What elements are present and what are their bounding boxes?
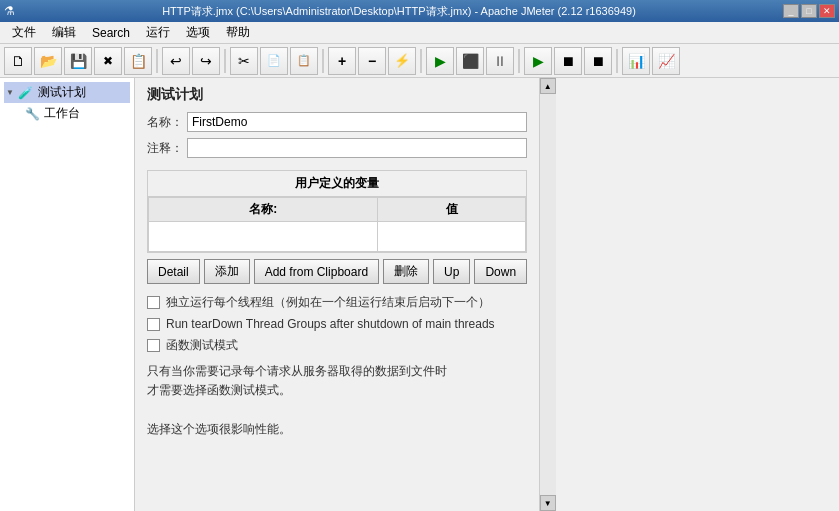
- delete-button[interactable]: 删除: [383, 259, 429, 284]
- left-panel: ▼ 🧪 测试计划 🔧 工作台: [0, 78, 135, 511]
- info-line-3: [147, 400, 527, 419]
- toolbar-remove[interactable]: −: [358, 47, 386, 75]
- comment-row: 注释：: [147, 138, 527, 158]
- section-title: 测试计划: [147, 86, 527, 104]
- separator-5: [518, 49, 520, 73]
- checkbox-row-2: Run tearDown Thread Groups after shutdow…: [147, 317, 527, 331]
- right-panel-wrapper: 测试计划 名称： 注释： 用户定义的变量 名称: 值: [135, 78, 555, 511]
- separator-6: [616, 49, 618, 73]
- detail-button[interactable]: Detail: [147, 259, 200, 284]
- info-line-1: 只有当你需要记录每个请求从服务器取得的数据到文件时: [147, 362, 527, 381]
- window-controls: _ □ ✕: [783, 4, 835, 18]
- menu-edit[interactable]: 编辑: [44, 22, 84, 43]
- checkbox-label-1: 独立运行每个线程组（例如在一个组运行结束后启动下一个）: [166, 294, 490, 311]
- right-content: 测试计划 名称： 注释： 用户定义的变量 名称: 值: [135, 78, 539, 511]
- variables-table: 名称: 值: [148, 197, 526, 252]
- clipboard-button[interactable]: Add from Clipboard: [254, 259, 379, 284]
- checkbox-label-3: 函数测试模式: [166, 337, 238, 354]
- checkbox-label-2: Run tearDown Thread Groups after shutdow…: [166, 317, 495, 331]
- tree-item-test-plan[interactable]: ▼ 🧪 测试计划: [4, 82, 130, 103]
- toolbar-copy[interactable]: 📄: [260, 47, 288, 75]
- up-button[interactable]: Up: [433, 259, 470, 284]
- toolbar-cut[interactable]: ✂: [230, 47, 258, 75]
- right-scrollbar: ▲ ▼: [539, 78, 555, 511]
- toolbar-log2[interactable]: 📈: [652, 47, 680, 75]
- separator-4: [420, 49, 422, 73]
- close-btn[interactable]: ✕: [819, 4, 835, 18]
- tree-label-workbench: 工作台: [44, 105, 80, 122]
- toolbar-run[interactable]: ▶: [426, 47, 454, 75]
- down-button[interactable]: Down: [474, 259, 527, 284]
- name-label: 名称：: [147, 114, 187, 131]
- toolbar-log1[interactable]: 📊: [622, 47, 650, 75]
- toolbar-properties[interactable]: 📋: [124, 47, 152, 75]
- toolbar-pause[interactable]: ⏸: [486, 47, 514, 75]
- separator-3: [322, 49, 324, 73]
- toolbar-stop[interactable]: ⬛: [456, 47, 484, 75]
- info-text: 只有当你需要记录每个请求从服务器取得的数据到文件时 才需要选择函数测试模式。 选…: [147, 362, 527, 439]
- toolbar-remote-stop2[interactable]: ⏹: [584, 47, 612, 75]
- checkbox-row-1: 独立运行每个线程组（例如在一个组运行结束后启动下一个）: [147, 294, 527, 311]
- separator-1: [156, 49, 158, 73]
- toolbar-redo[interactable]: ↪: [192, 47, 220, 75]
- name-row: 名称：: [147, 112, 527, 132]
- button-row: Detail 添加 Add from Clipboard 删除 Up Down: [147, 259, 527, 284]
- menu-file[interactable]: 文件: [4, 22, 44, 43]
- menu-bar: 文件 编辑 Search 运行 选项 帮助: [0, 22, 839, 44]
- test-plan-icon: 🧪: [18, 85, 34, 101]
- name-input[interactable]: [187, 112, 527, 132]
- toolbar-paste[interactable]: 📋: [290, 47, 318, 75]
- toolbar-clear[interactable]: ⚡: [388, 47, 416, 75]
- toolbar-remote-stop[interactable]: ⏹: [554, 47, 582, 75]
- menu-run[interactable]: 运行: [138, 22, 178, 43]
- col-value: 值: [378, 198, 526, 222]
- checkbox-1[interactable]: [147, 296, 160, 309]
- menu-options[interactable]: 选项: [178, 22, 218, 43]
- checkbox-row-3: 函数测试模式: [147, 337, 527, 354]
- title-bar: ⚗ HTTP请求.jmx (C:\Users\Administrator\Des…: [0, 0, 839, 22]
- main-layout: ▼ 🧪 测试计划 🔧 工作台 测试计划 名称： 注释： 用: [0, 78, 839, 511]
- toolbar-close[interactable]: ✖: [94, 47, 122, 75]
- minimize-btn[interactable]: _: [783, 4, 799, 18]
- variables-section: 用户定义的变量 名称: 值: [147, 170, 527, 253]
- toolbar-add[interactable]: +: [328, 47, 356, 75]
- info-line-4: 选择这个选项很影响性能。: [147, 420, 527, 439]
- empty-cell-1: [149, 222, 378, 252]
- toolbar-new[interactable]: 🗋: [4, 47, 32, 75]
- title-text: HTTP请求.jmx (C:\Users\Administrator\Deskt…: [15, 4, 783, 19]
- empty-row: [149, 222, 526, 252]
- maximize-btn[interactable]: □: [801, 4, 817, 18]
- menu-search[interactable]: Search: [84, 24, 138, 42]
- toolbar-open[interactable]: 📂: [34, 47, 62, 75]
- toolbar: 🗋 📂 💾 ✖ 📋 ↩ ↪ ✂ 📄 📋 + − ⚡ ▶ ⬛ ⏸ ▶ ⏹ ⏹ 📊 …: [0, 44, 839, 78]
- title-icon: ⚗: [4, 4, 15, 18]
- separator-2: [224, 49, 226, 73]
- scroll-track[interactable]: [540, 94, 556, 495]
- scroll-up-btn[interactable]: ▲: [540, 78, 556, 94]
- toolbar-save[interactable]: 💾: [64, 47, 92, 75]
- info-line-2: 才需要选择函数测试模式。: [147, 381, 527, 400]
- checkbox-3[interactable]: [147, 339, 160, 352]
- tree-label-test-plan: 测试计划: [38, 84, 86, 101]
- workbench-icon: 🔧: [24, 106, 40, 122]
- tree-item-workbench[interactable]: 🔧 工作台: [4, 103, 130, 124]
- toolbar-undo[interactable]: ↩: [162, 47, 190, 75]
- empty-cell-2: [378, 222, 526, 252]
- tree-arrow: ▼: [6, 88, 14, 97]
- scroll-down-btn[interactable]: ▼: [540, 495, 556, 511]
- col-name: 名称:: [149, 198, 378, 222]
- variables-title: 用户定义的变量: [148, 171, 526, 197]
- comment-label: 注释：: [147, 140, 187, 157]
- toolbar-remote-run[interactable]: ▶: [524, 47, 552, 75]
- add-button[interactable]: 添加: [204, 259, 250, 284]
- menu-help[interactable]: 帮助: [218, 22, 258, 43]
- comment-input[interactable]: [187, 138, 527, 158]
- checkbox-2[interactable]: [147, 318, 160, 331]
- checkbox-section: 独立运行每个线程组（例如在一个组运行结束后启动下一个） Run tearDown…: [147, 294, 527, 354]
